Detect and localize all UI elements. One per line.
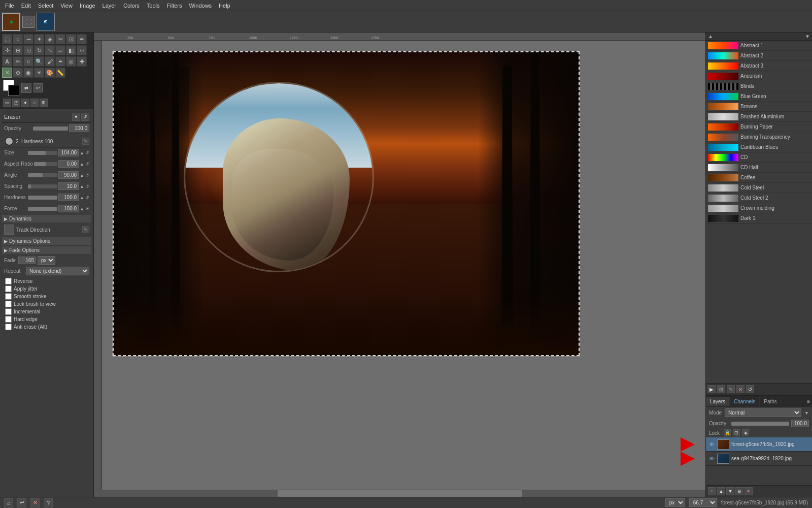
tool-flip[interactable]: ⇔ xyxy=(77,45,87,55)
dynamics-options-section[interactable]: ▶ Dynamics Options xyxy=(2,237,91,245)
gradient-item-burning-transparency[interactable]: Burning Transparency xyxy=(706,132,812,142)
horizontal-scrollbar[interactable] xyxy=(94,490,705,497)
menu-colors[interactable]: Colors xyxy=(120,2,143,10)
hard-edge-checkbox[interactable] xyxy=(5,316,12,323)
canvas-container[interactable] xyxy=(102,41,705,490)
hard-edge-checkbox-row[interactable]: Hard edge xyxy=(5,316,88,323)
angle-spin-up[interactable]: ▲ xyxy=(80,173,84,178)
duplicate-layer-btn[interactable]: ⊕ xyxy=(735,487,743,495)
tool-shear[interactable]: ▱ xyxy=(55,45,65,55)
gradient-refresh-btn[interactable]: ↺ xyxy=(746,385,754,393)
panel-scroll-up[interactable]: ▲ xyxy=(708,34,713,39)
tool-dodge[interactable]: ☀ xyxy=(34,68,44,78)
gradient-duplicate-btn[interactable]: ⊡ xyxy=(717,385,725,393)
menu-filters[interactable]: Filters xyxy=(164,2,185,10)
gradient-delete-btn[interactable]: ✕ xyxy=(736,385,745,393)
raise-layer-btn[interactable]: ▲ xyxy=(717,487,725,495)
size-reset[interactable]: ↺ xyxy=(85,150,89,155)
bottom-icon-undo[interactable]: ↩ xyxy=(17,498,26,507)
tool-crop[interactable]: ⊡ xyxy=(23,45,33,55)
bottom-icon-reset[interactable]: ⌂ xyxy=(4,498,13,507)
tool-measure[interactable]: 📏 xyxy=(55,68,65,78)
menu-select[interactable]: Select xyxy=(35,2,57,10)
gradient-item-blinds[interactable]: Blinds xyxy=(706,81,812,91)
incremental-checkbox-row[interactable]: Incremental xyxy=(5,308,88,315)
paint-mode-icon[interactable]: ▭ xyxy=(3,99,11,107)
anti-erase-checkbox[interactable] xyxy=(5,324,12,330)
gradient-item-coffee[interactable]: Coffee xyxy=(706,173,812,183)
gradient-item-cold-steel[interactable]: Cold Steel xyxy=(706,183,812,193)
tool-pencil[interactable]: ✏ xyxy=(13,56,23,67)
dynamics-section[interactable]: ▶ Dynamics xyxy=(2,215,91,223)
menu-image[interactable]: Image xyxy=(77,2,98,10)
gradient-item-cd-half[interactable]: CD Half xyxy=(706,163,812,173)
tool-smudge[interactable]: ◎ xyxy=(66,56,76,67)
aspect-spin-up[interactable]: ▲ xyxy=(80,162,84,167)
menu-tools[interactable]: Tools xyxy=(144,2,163,10)
menu-edit[interactable]: Edit xyxy=(18,2,34,10)
spacing-spin[interactable]: ▲ xyxy=(80,184,84,189)
tool-foreground-select[interactable]: ⊡ xyxy=(66,34,76,44)
tool-zoom[interactable]: 🔍 xyxy=(34,56,44,67)
tool-options-dropdown[interactable]: ▼ xyxy=(72,113,80,121)
force-spin[interactable]: ▲ xyxy=(80,206,84,211)
new-layer-btn[interactable]: + xyxy=(708,487,716,495)
fullscreen-btn[interactable]: ⛶ xyxy=(22,16,35,28)
panel-menu-btn[interactable]: ≡ xyxy=(805,398,812,405)
lock-brush-checkbox-row[interactable]: Lock brush to view xyxy=(5,301,88,307)
reset-colors-btn[interactable]: ↩ xyxy=(33,83,43,92)
gradient-item-abstract2[interactable]: Abstract 2 xyxy=(706,51,812,61)
lock-visibility-btn[interactable]: ◈ xyxy=(742,429,749,436)
gradient-item-burning-paper[interactable]: Burning Paper xyxy=(706,122,812,132)
menu-file[interactable]: File xyxy=(2,2,17,10)
angle-reset[interactable]: ↺ xyxy=(85,173,89,178)
force-reset-icon[interactable]: ☀ xyxy=(85,206,89,211)
tool-options-reset[interactable]: ↺ xyxy=(81,113,89,121)
size-spin-up[interactable]: ▲ xyxy=(80,150,84,155)
fade-options-section[interactable]: ▶ Fade Options xyxy=(2,246,91,254)
lock-pos-btn[interactable]: 🔒 xyxy=(724,429,731,436)
zoom-level-select[interactable]: 66.7 xyxy=(689,498,717,507)
layer-visibility-eye-2[interactable]: 👁 xyxy=(708,455,715,462)
aspect-reset[interactable]: ↺ xyxy=(85,162,89,167)
apply-jitter-checkbox-row[interactable]: Apply jitter xyxy=(5,285,88,292)
tool-align[interactable]: ⊞ xyxy=(13,45,23,55)
hardness-spin[interactable]: ▲ xyxy=(80,195,84,200)
layer-visibility-eye[interactable]: 👁 xyxy=(708,441,715,448)
tool-move[interactable]: ✛ xyxy=(2,45,12,55)
tool-heal[interactable]: ✚ xyxy=(77,56,87,67)
circle-icon[interactable]: ○ xyxy=(30,99,39,107)
gradient-item-abstract3[interactable]: Abstract 3 xyxy=(706,61,812,71)
gradient-item-dark1[interactable]: Dark 1 xyxy=(706,213,812,224)
tool-paths[interactable]: ✒ xyxy=(77,34,87,44)
delete-layer-btn[interactable]: ✕ xyxy=(745,487,753,495)
tool-perspective[interactable]: ◧ xyxy=(66,45,76,55)
layer-mode-expand[interactable]: ▼ xyxy=(804,410,809,416)
layer-mode-select[interactable]: Normal xyxy=(725,408,801,417)
menu-windows[interactable]: Windows xyxy=(186,2,215,10)
gradient-item-brushed-al[interactable]: Brushed Aluminium xyxy=(706,112,812,122)
layer-item-sea[interactable]: 👁 sea-g947ba992d_1920.jpg xyxy=(706,452,812,466)
bottom-icon-close[interactable]: ✕ xyxy=(30,498,40,507)
image-thumb-forest[interactable]: 🌲 xyxy=(2,13,20,31)
tool-path2[interactable]: ⌗ xyxy=(23,56,33,67)
bottom-icon-help[interactable]: ? xyxy=(44,498,53,507)
tool-ink[interactable]: ✒ xyxy=(55,56,65,67)
hardness-reset[interactable]: ↺ xyxy=(85,195,89,200)
quick-mask-icon[interactable]: ◰ xyxy=(12,99,20,107)
gradient-item-browns[interactable]: Browns xyxy=(706,102,812,112)
expand-icon[interactable]: ⊞ xyxy=(40,99,48,107)
lock-brush-checkbox[interactable] xyxy=(5,301,12,307)
gradient-new-btn[interactable]: ▶ xyxy=(707,385,716,393)
tab-channels[interactable]: Channels xyxy=(730,397,760,406)
swap-colors-btn[interactable]: ⇄ xyxy=(21,83,31,93)
tool-rotate[interactable]: ↻ xyxy=(34,45,44,55)
image-thumb-sea[interactable]: 🌊 xyxy=(37,13,55,31)
tool-text[interactable]: A xyxy=(2,56,12,67)
gradient-item-cd[interactable]: CD xyxy=(706,152,812,163)
tab-paths[interactable]: Paths xyxy=(760,397,782,406)
zoom-unit-select[interactable]: px xyxy=(665,498,685,507)
gradient-item-abstract1[interactable]: Abstract 1 xyxy=(706,41,812,51)
gradient-item-caribbean-blues[interactable]: Caribbean Blues xyxy=(706,142,812,152)
tool-blur[interactable]: ◉ xyxy=(23,68,33,78)
